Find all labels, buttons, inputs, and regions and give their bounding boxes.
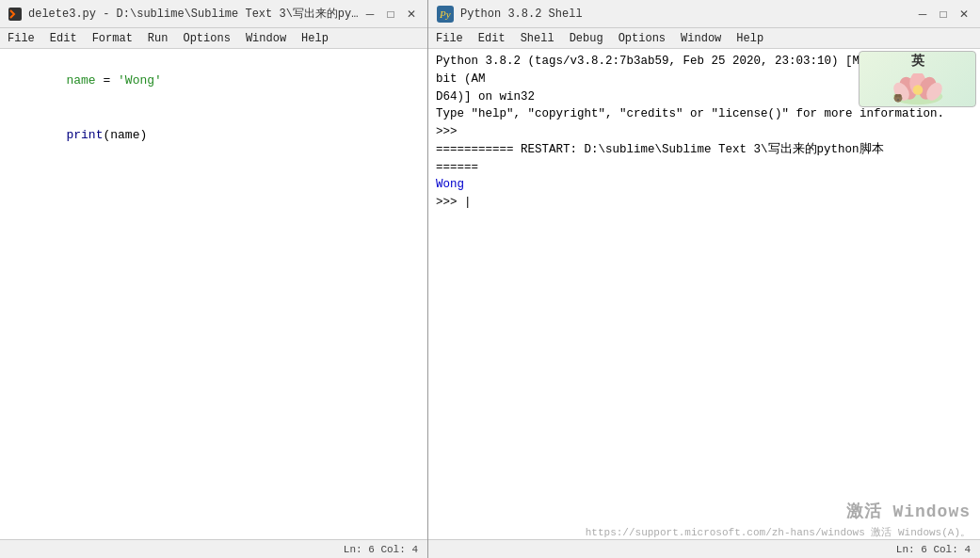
svg-point-9 — [912, 85, 923, 95]
windows-watermark: 激活 Windows https://support.microsoft.com… — [428, 502, 980, 539]
sublime-icon — [8, 7, 23, 22]
sublime-minimize-btn[interactable]: ─ — [361, 6, 378, 23]
sublime-window: delete3.py - D:\sublime\Sublime Text 3\写… — [0, 0, 428, 558]
sublime-menu-file[interactable]: File — [0, 28, 42, 48]
python-menu-options[interactable]: Options — [611, 28, 673, 48]
shell-line-3: Type "help", "copyright", "credits" or "… — [436, 105, 972, 123]
python-menu-debug[interactable]: Debug — [562, 28, 611, 48]
shell-prompt: >>> | — [436, 194, 972, 212]
watermark-subtitle: https://support.microsoft.com/zh-hans/wi… — [586, 525, 971, 539]
python-shell-area[interactable]: Python 3.8.2 (tags/v3.8.2:7b3ab59, Feb 2… — [428, 49, 980, 539]
python-window-controls: ─ □ ✕ — [914, 6, 972, 23]
python-menu-shell[interactable]: Shell — [513, 28, 562, 48]
python-menu-file[interactable]: File — [428, 28, 471, 48]
svg-point-12 — [898, 94, 902, 98]
shell-line-6: ====== — [436, 159, 972, 177]
watermark-title: 激活 Windows — [846, 500, 971, 525]
svg-point-13 — [897, 99, 899, 101]
sublime-titlebar: delete3.py - D:\sublime\Sublime Text 3\写… — [0, 0, 427, 28]
ime-lang-label: 英 — [911, 52, 924, 72]
sublime-menu-window[interactable]: Window — [238, 28, 294, 48]
sublime-menu-run[interactable]: Run — [140, 28, 176, 48]
python-window: Py Python 3.8.2 Shell ─ □ ✕ File Edit Sh… — [428, 0, 980, 558]
sublime-menubar: File Edit Format Run Options Window Help — [0, 28, 427, 49]
python-maximize-btn[interactable]: □ — [935, 6, 952, 23]
sublime-menu-options[interactable]: Options — [175, 28, 237, 48]
sublime-cursor-pos: Ln: 6 Col: 4 — [344, 544, 418, 555]
python-menubar: File Edit Shell Debug Options Window Hel… — [428, 28, 980, 49]
svg-text:Py: Py — [439, 8, 451, 20]
python-menu-edit[interactable]: Edit — [471, 28, 513, 48]
sublime-maximize-btn[interactable]: □ — [382, 6, 399, 23]
python-status-bar: Ln: 6 Col: 4 — [428, 539, 980, 558]
sublime-title-text: delete3.py - D:\sublime\Sublime Text 3\写… — [28, 6, 361, 22]
python-menu-window[interactable]: Window — [673, 28, 729, 48]
python-titlebar: Py Python 3.8.2 Shell ─ □ ✕ — [428, 0, 980, 28]
ime-overlay: 英 — [859, 51, 976, 107]
python-cursor-pos: Ln: 6 Col: 4 — [896, 544, 971, 555]
python-title-text: Python 3.8.2 Shell — [460, 8, 914, 21]
sublime-menu-edit[interactable]: Edit — [42, 28, 85, 48]
python-icon: Py — [436, 5, 455, 24]
sublime-window-controls: ─ □ ✕ — [361, 6, 420, 23]
python-menu-help[interactable]: Help — [729, 28, 771, 48]
python-minimize-btn[interactable]: ─ — [914, 6, 931, 23]
sublime-status-bar: Ln: 6 Col: 4 — [0, 539, 427, 558]
svg-point-11 — [894, 94, 898, 98]
sublime-menu-format[interactable]: Format — [85, 28, 140, 48]
sublime-editor[interactable]: name = 'Wong' print(name) — [0, 49, 427, 539]
shell-line-4: >>> — [436, 123, 972, 141]
sublime-menu-help[interactable]: Help — [294, 28, 336, 48]
code-line-1: name = 'Wong' — [8, 53, 420, 108]
sublime-close-btn[interactable]: ✕ — [403, 6, 420, 23]
shell-output-wong: Wong — [436, 176, 972, 194]
python-close-btn[interactable]: ✕ — [956, 6, 972, 23]
code-keyword-name: name — [66, 73, 95, 88]
flower-decoration — [885, 73, 951, 106]
shell-line-5: =========== RESTART: D:\sublime\Sublime … — [436, 141, 972, 159]
code-line-2: print(name) — [8, 108, 420, 164]
